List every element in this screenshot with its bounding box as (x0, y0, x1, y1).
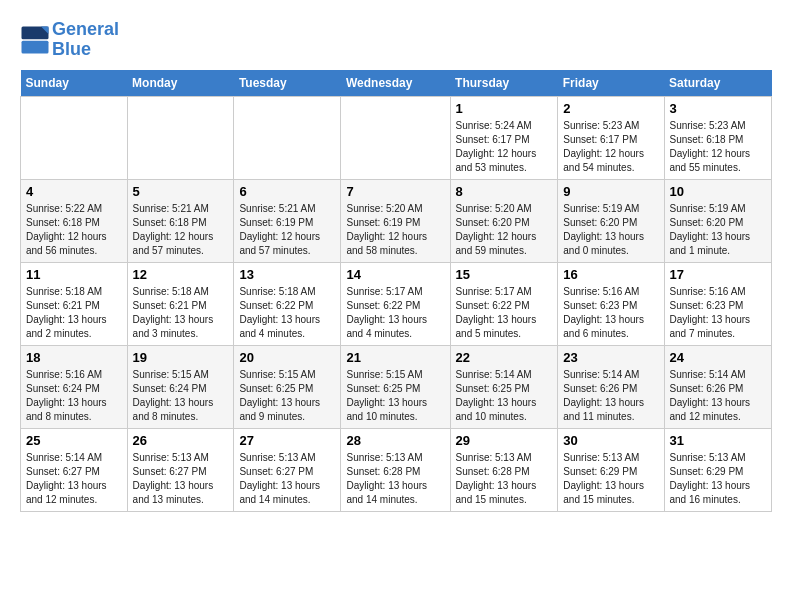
day-header-friday: Friday (558, 70, 664, 97)
calendar-cell: 12Sunrise: 5:18 AM Sunset: 6:21 PM Dayli… (127, 262, 234, 345)
calendar-cell: 2Sunrise: 5:23 AM Sunset: 6:17 PM Daylig… (558, 96, 664, 179)
day-number: 24 (670, 350, 767, 365)
calendar-cell (21, 96, 128, 179)
day-info: Sunrise: 5:21 AM Sunset: 6:19 PM Dayligh… (239, 202, 335, 258)
day-header-tuesday: Tuesday (234, 70, 341, 97)
day-number: 6 (239, 184, 335, 199)
calendar-week-row: 18Sunrise: 5:16 AM Sunset: 6:24 PM Dayli… (21, 345, 772, 428)
day-number: 15 (456, 267, 553, 282)
day-info: Sunrise: 5:22 AM Sunset: 6:18 PM Dayligh… (26, 202, 122, 258)
calendar-cell: 28Sunrise: 5:13 AM Sunset: 6:28 PM Dayli… (341, 428, 450, 511)
calendar-cell: 14Sunrise: 5:17 AM Sunset: 6:22 PM Dayli… (341, 262, 450, 345)
calendar-cell: 23Sunrise: 5:14 AM Sunset: 6:26 PM Dayli… (558, 345, 664, 428)
day-number: 29 (456, 433, 553, 448)
day-header-thursday: Thursday (450, 70, 558, 97)
logo-text: General Blue (52, 20, 119, 60)
day-number: 12 (133, 267, 229, 282)
day-number: 17 (670, 267, 767, 282)
day-info: Sunrise: 5:14 AM Sunset: 6:26 PM Dayligh… (563, 368, 658, 424)
calendar-cell: 31Sunrise: 5:13 AM Sunset: 6:29 PM Dayli… (664, 428, 772, 511)
calendar-cell: 21Sunrise: 5:15 AM Sunset: 6:25 PM Dayli… (341, 345, 450, 428)
calendar-body: 1Sunrise: 5:24 AM Sunset: 6:17 PM Daylig… (21, 96, 772, 511)
day-info: Sunrise: 5:24 AM Sunset: 6:17 PM Dayligh… (456, 119, 553, 175)
calendar-cell: 19Sunrise: 5:15 AM Sunset: 6:24 PM Dayli… (127, 345, 234, 428)
calendar-cell: 26Sunrise: 5:13 AM Sunset: 6:27 PM Dayli… (127, 428, 234, 511)
day-info: Sunrise: 5:13 AM Sunset: 6:28 PM Dayligh… (456, 451, 553, 507)
svg-rect-2 (22, 41, 49, 54)
day-info: Sunrise: 5:17 AM Sunset: 6:22 PM Dayligh… (456, 285, 553, 341)
day-number: 16 (563, 267, 658, 282)
day-info: Sunrise: 5:13 AM Sunset: 6:27 PM Dayligh… (239, 451, 335, 507)
day-number: 21 (346, 350, 444, 365)
day-number: 9 (563, 184, 658, 199)
day-number: 19 (133, 350, 229, 365)
calendar-cell (127, 96, 234, 179)
day-header-saturday: Saturday (664, 70, 772, 97)
calendar-cell: 27Sunrise: 5:13 AM Sunset: 6:27 PM Dayli… (234, 428, 341, 511)
calendar-cell: 11Sunrise: 5:18 AM Sunset: 6:21 PM Dayli… (21, 262, 128, 345)
calendar-cell: 16Sunrise: 5:16 AM Sunset: 6:23 PM Dayli… (558, 262, 664, 345)
calendar-cell (234, 96, 341, 179)
calendar-table: SundayMondayTuesdayWednesdayThursdayFrid… (20, 70, 772, 512)
day-info: Sunrise: 5:14 AM Sunset: 6:26 PM Dayligh… (670, 368, 767, 424)
calendar-cell: 15Sunrise: 5:17 AM Sunset: 6:22 PM Dayli… (450, 262, 558, 345)
day-info: Sunrise: 5:20 AM Sunset: 6:20 PM Dayligh… (456, 202, 553, 258)
day-number: 7 (346, 184, 444, 199)
day-info: Sunrise: 5:20 AM Sunset: 6:19 PM Dayligh… (346, 202, 444, 258)
day-number: 14 (346, 267, 444, 282)
day-number: 27 (239, 433, 335, 448)
calendar-week-row: 11Sunrise: 5:18 AM Sunset: 6:21 PM Dayli… (21, 262, 772, 345)
day-number: 3 (670, 101, 767, 116)
calendar-cell: 18Sunrise: 5:16 AM Sunset: 6:24 PM Dayli… (21, 345, 128, 428)
day-info: Sunrise: 5:19 AM Sunset: 6:20 PM Dayligh… (670, 202, 767, 258)
calendar-cell: 20Sunrise: 5:15 AM Sunset: 6:25 PM Dayli… (234, 345, 341, 428)
calendar-cell: 17Sunrise: 5:16 AM Sunset: 6:23 PM Dayli… (664, 262, 772, 345)
day-info: Sunrise: 5:18 AM Sunset: 6:22 PM Dayligh… (239, 285, 335, 341)
day-number: 2 (563, 101, 658, 116)
day-info: Sunrise: 5:13 AM Sunset: 6:28 PM Dayligh… (346, 451, 444, 507)
calendar-cell: 6Sunrise: 5:21 AM Sunset: 6:19 PM Daylig… (234, 179, 341, 262)
day-number: 23 (563, 350, 658, 365)
calendar-week-row: 25Sunrise: 5:14 AM Sunset: 6:27 PM Dayli… (21, 428, 772, 511)
day-info: Sunrise: 5:18 AM Sunset: 6:21 PM Dayligh… (26, 285, 122, 341)
day-number: 25 (26, 433, 122, 448)
calendar-cell: 7Sunrise: 5:20 AM Sunset: 6:19 PM Daylig… (341, 179, 450, 262)
logo: General Blue (20, 20, 119, 60)
day-info: Sunrise: 5:15 AM Sunset: 6:25 PM Dayligh… (239, 368, 335, 424)
day-info: Sunrise: 5:13 AM Sunset: 6:29 PM Dayligh… (670, 451, 767, 507)
day-number: 20 (239, 350, 335, 365)
calendar-cell: 3Sunrise: 5:23 AM Sunset: 6:18 PM Daylig… (664, 96, 772, 179)
day-header-sunday: Sunday (21, 70, 128, 97)
day-header-wednesday: Wednesday (341, 70, 450, 97)
day-info: Sunrise: 5:16 AM Sunset: 6:23 PM Dayligh… (670, 285, 767, 341)
day-info: Sunrise: 5:19 AM Sunset: 6:20 PM Dayligh… (563, 202, 658, 258)
day-info: Sunrise: 5:15 AM Sunset: 6:25 PM Dayligh… (346, 368, 444, 424)
logo-icon (20, 25, 50, 55)
calendar-cell: 9Sunrise: 5:19 AM Sunset: 6:20 PM Daylig… (558, 179, 664, 262)
calendar-cell: 25Sunrise: 5:14 AM Sunset: 6:27 PM Dayli… (21, 428, 128, 511)
day-info: Sunrise: 5:18 AM Sunset: 6:21 PM Dayligh… (133, 285, 229, 341)
day-info: Sunrise: 5:14 AM Sunset: 6:27 PM Dayligh… (26, 451, 122, 507)
page-header: General Blue (20, 20, 772, 60)
day-number: 28 (346, 433, 444, 448)
calendar-week-row: 1Sunrise: 5:24 AM Sunset: 6:17 PM Daylig… (21, 96, 772, 179)
day-number: 10 (670, 184, 767, 199)
day-number: 18 (26, 350, 122, 365)
day-number: 1 (456, 101, 553, 116)
calendar-cell: 13Sunrise: 5:18 AM Sunset: 6:22 PM Dayli… (234, 262, 341, 345)
day-info: Sunrise: 5:14 AM Sunset: 6:25 PM Dayligh… (456, 368, 553, 424)
day-header-monday: Monday (127, 70, 234, 97)
calendar-cell: 29Sunrise: 5:13 AM Sunset: 6:28 PM Dayli… (450, 428, 558, 511)
day-info: Sunrise: 5:21 AM Sunset: 6:18 PM Dayligh… (133, 202, 229, 258)
calendar-cell: 10Sunrise: 5:19 AM Sunset: 6:20 PM Dayli… (664, 179, 772, 262)
day-number: 11 (26, 267, 122, 282)
calendar-cell: 24Sunrise: 5:14 AM Sunset: 6:26 PM Dayli… (664, 345, 772, 428)
calendar-week-row: 4Sunrise: 5:22 AM Sunset: 6:18 PM Daylig… (21, 179, 772, 262)
day-number: 13 (239, 267, 335, 282)
day-number: 4 (26, 184, 122, 199)
day-number: 30 (563, 433, 658, 448)
calendar-cell: 8Sunrise: 5:20 AM Sunset: 6:20 PM Daylig… (450, 179, 558, 262)
calendar-cell: 5Sunrise: 5:21 AM Sunset: 6:18 PM Daylig… (127, 179, 234, 262)
calendar-cell (341, 96, 450, 179)
calendar-cell: 4Sunrise: 5:22 AM Sunset: 6:18 PM Daylig… (21, 179, 128, 262)
